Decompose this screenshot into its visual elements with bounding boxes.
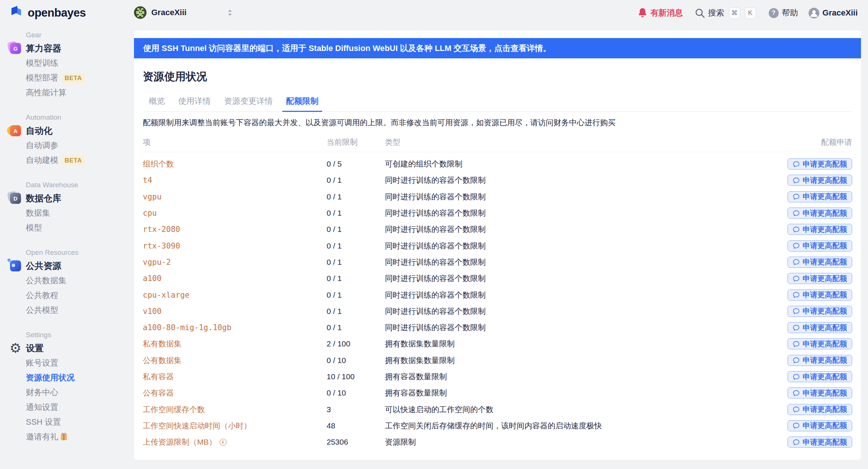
row-current-limit: 0 / 1 bbox=[327, 323, 385, 332]
notifications-button[interactable]: 有新消息 bbox=[638, 7, 683, 18]
table-row: vgpu-2 0 / 1 同时进行训练的容器个数限制 申请更高配额 bbox=[143, 254, 852, 270]
sidebar-item[interactable]: 账号设置 bbox=[10, 356, 134, 370]
row-current-limit: 0 / 10 bbox=[327, 356, 385, 365]
request-quota-button[interactable]: 申请更高配额 bbox=[788, 306, 852, 317]
sidebar-section-gear[interactable]: G 算力容器 bbox=[10, 41, 134, 56]
sidebar-item-label: 模型训练 bbox=[26, 58, 58, 69]
sidebar-item[interactable]: 高性能计算 bbox=[10, 85, 134, 100]
help-button[interactable]: 帮助 bbox=[769, 7, 798, 18]
sidebar-item-label: SSH 设置 bbox=[26, 417, 61, 428]
sidebar-item[interactable]: 模型训练 bbox=[10, 56, 134, 71]
kbd-k-key: K bbox=[745, 7, 756, 19]
request-quota-button[interactable]: 申请更高配额 bbox=[788, 158, 852, 170]
workspace-selector[interactable]: GraceXiii bbox=[134, 6, 234, 19]
sidebar-item[interactable]: 模型 bbox=[10, 220, 134, 235]
row-type: 同时进行训练的容器个数限制 bbox=[385, 224, 782, 234]
chat-bubble-icon bbox=[793, 177, 800, 184]
bell-icon bbox=[638, 8, 647, 18]
table-row: a100 0 / 1 同时进行训练的容器个数限制 申请更高配额 bbox=[143, 270, 852, 287]
request-quota-button[interactable]: 申请更高配额 bbox=[788, 420, 852, 431]
sidebar: Gear G 算力容器 模型训练模型部署BETA高性能计算 Automation… bbox=[0, 26, 134, 457]
sidebar-item-label: 邀请有礼 bbox=[26, 431, 58, 442]
data-warehouse-icon: D bbox=[10, 193, 21, 204]
sidebar-item-label: 模型部署 bbox=[26, 72, 58, 83]
sidebar-item[interactable]: 通知设置 bbox=[10, 400, 134, 415]
request-quota-button[interactable]: 申请更高配额 bbox=[788, 208, 852, 219]
sidebar-item[interactable]: 邀请有礼 bbox=[10, 429, 134, 444]
sidebar-item-label: 自动调参 bbox=[26, 140, 58, 151]
sidebar-section-title: 设置 bbox=[26, 342, 44, 354]
row-item-name: 组织个数 bbox=[143, 159, 327, 169]
request-quota-button[interactable]: 申请更高配额 bbox=[788, 273, 852, 284]
row-current-limit: 0 / 1 bbox=[327, 291, 385, 299]
request-quota-button[interactable]: 申请更高配额 bbox=[788, 404, 852, 415]
tab-1[interactable]: 概览 bbox=[145, 96, 169, 112]
sidebar-item[interactable]: 数据集 bbox=[10, 206, 134, 220]
user-name: GraceXiii bbox=[823, 8, 858, 18]
sidebar-item[interactable]: SSH 设置 bbox=[10, 415, 134, 429]
request-quota-button[interactable]: 申请更高配额 bbox=[788, 257, 852, 268]
request-quota-button[interactable]: 申请更高配额 bbox=[788, 338, 852, 349]
request-quota-button[interactable]: 申请更高配额 bbox=[788, 191, 852, 202]
row-type: 可创建的组织个数限制 bbox=[385, 159, 782, 169]
tab-4[interactable]: 配额限制 bbox=[282, 96, 322, 112]
row-item-name: 公有数据集 bbox=[143, 355, 327, 366]
request-quota-button[interactable]: 申请更高配额 bbox=[788, 175, 852, 186]
ssh-tunnel-banner[interactable]: 使用 SSH Tunnel 访问容器里的端口，适用于 Stable Diffus… bbox=[134, 38, 861, 58]
info-icon[interactable] bbox=[220, 439, 227, 446]
row-item-name: cpu-xlarge bbox=[143, 291, 327, 299]
row-type: 同时进行训练的容器个数限制 bbox=[385, 306, 782, 316]
sidebar-item[interactable]: 自动建模BETA bbox=[10, 153, 134, 168]
sidebar-section-settings[interactable]: 设置 bbox=[10, 341, 134, 356]
chat-bubble-icon bbox=[793, 340, 800, 348]
sidebar-item-label: 高性能计算 bbox=[26, 87, 66, 98]
topbar: openbayes GraceXiii bbox=[0, 0, 868, 26]
row-item-name: rtx-2080 bbox=[143, 225, 327, 234]
row-type: 可以快速启动的工作空间的个数 bbox=[385, 404, 782, 415]
sidebar-section-data-warehouse[interactable]: D 数据仓库 bbox=[10, 191, 134, 206]
sidebar-section-open-resources[interactable]: 公共资源 bbox=[10, 259, 134, 273]
request-quota-button[interactable]: 申请更高配额 bbox=[788, 355, 852, 366]
sidebar-item[interactable]: 自动调参 bbox=[10, 138, 134, 153]
sidebar-section-label: Automation bbox=[10, 113, 134, 122]
request-quota-button[interactable]: 申请更高配额 bbox=[788, 322, 852, 333]
sidebar-item[interactable]: 财务中心 bbox=[10, 385, 134, 400]
row-current-limit: 25306 bbox=[327, 438, 385, 446]
row-type: 同时进行训练的容器个数限制 bbox=[385, 175, 782, 185]
row-item-name: 上传资源限制（MB） bbox=[143, 437, 327, 447]
row-type: 同时进行训练的容器个数限制 bbox=[385, 192, 782, 202]
request-quota-button[interactable]: 申请更高配额 bbox=[788, 437, 852, 448]
row-type: 同时进行训练的容器个数限制 bbox=[385, 290, 782, 300]
row-current-limit: 0 / 5 bbox=[327, 160, 385, 168]
logo[interactable]: openbayes bbox=[10, 5, 86, 21]
workspace-name: GraceXiii bbox=[151, 8, 186, 17]
sidebar-section-automation[interactable]: A 自动化 bbox=[10, 123, 134, 138]
sidebar-section-title: 数据仓库 bbox=[26, 192, 61, 204]
request-quota-button[interactable]: 申请更高配额 bbox=[788, 371, 852, 382]
user-menu[interactable]: GraceXiii bbox=[809, 8, 858, 18]
request-quota-button[interactable]: 申请更高配额 bbox=[788, 240, 852, 251]
sidebar-item[interactable]: 公共数据集 bbox=[10, 273, 134, 288]
sidebar-item[interactable]: 公共模型 bbox=[10, 303, 134, 318]
sidebar-item-label: 财务中心 bbox=[26, 387, 58, 398]
row-item-name: rtx-3090 bbox=[143, 242, 327, 250]
topbar-actions: 有新消息 搜索 ⌘ K 帮助 GraceXiii bbox=[638, 0, 858, 26]
tab-2[interactable]: 使用详情 bbox=[175, 96, 214, 112]
sidebar-item[interactable]: 公共教程 bbox=[10, 288, 134, 303]
table-row: 公有数据集 0 / 10 拥有数据集数量限制 申请更高配额 bbox=[143, 352, 852, 369]
search-button[interactable]: 搜索 ⌘ K bbox=[695, 7, 756, 19]
row-type: 资源限制 bbox=[385, 437, 782, 447]
sidebar-item[interactable]: 资源使用状况 bbox=[10, 370, 134, 385]
request-quota-button[interactable]: 申请更高配额 bbox=[788, 387, 852, 398]
tab-3[interactable]: 资源变更详情 bbox=[220, 96, 276, 112]
row-item-name: 私有数据集 bbox=[143, 339, 327, 349]
row-item-name: v100 bbox=[143, 307, 327, 316]
sidebar-item[interactable]: 模型部署BETA bbox=[10, 71, 134, 85]
request-quota-button[interactable]: 申请更高配额 bbox=[788, 224, 852, 235]
row-current-limit: 0 / 10 bbox=[327, 388, 385, 397]
row-type: 拥有容器数量限制 bbox=[385, 388, 782, 398]
gift-icon bbox=[60, 433, 68, 441]
row-type: 拥有数据集数量限制 bbox=[385, 355, 782, 366]
chat-bubble-icon bbox=[793, 259, 800, 266]
request-quota-button[interactable]: 申请更高配额 bbox=[788, 290, 852, 301]
